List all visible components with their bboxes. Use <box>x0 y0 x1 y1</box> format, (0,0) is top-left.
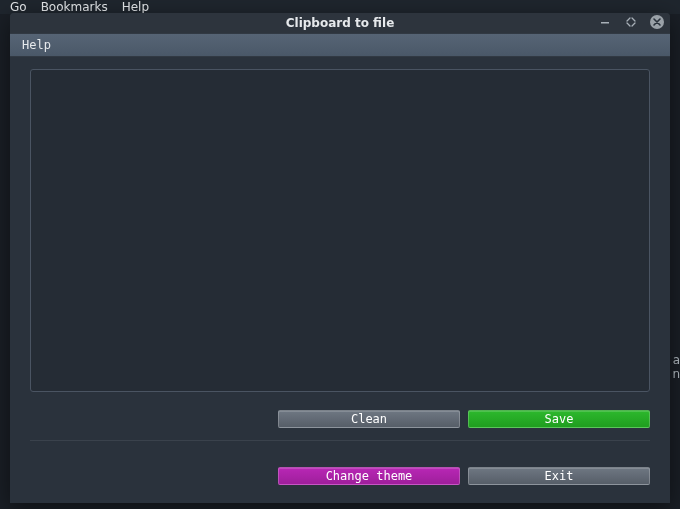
bg-text-fragment: n <box>672 367 680 381</box>
dialog-body: Clean Save Change theme Exit <box>10 57 670 503</box>
parent-menu-bookmarks[interactable]: Bookmarks <box>41 0 108 14</box>
clipboard-textarea[interactable] <box>30 69 650 392</box>
minimize-icon <box>600 17 610 27</box>
exit-button[interactable]: Exit <box>468 467 650 485</box>
close-button[interactable] <box>650 15 664 29</box>
maximize-icon <box>626 17 636 27</box>
parent-menubar: Go Bookmarks Help <box>0 0 680 14</box>
svg-rect-0 <box>601 22 609 24</box>
button-row-bottom: Change theme Exit <box>30 467 650 485</box>
save-button[interactable]: Save <box>468 410 650 428</box>
titlebar[interactable]: Clipboard to file <box>10 13 670 33</box>
window-title: Clipboard to file <box>10 16 670 30</box>
change-theme-button[interactable]: Change theme <box>278 467 460 485</box>
clipboard-to-file-dialog: Clipboard to file Help Cl <box>10 13 670 503</box>
clean-button[interactable]: Clean <box>278 410 460 428</box>
dialog-menu-help[interactable]: Help <box>22 38 51 52</box>
maximize-button[interactable] <box>624 15 638 29</box>
minimize-button[interactable] <box>598 15 612 29</box>
dialog-menubar: Help <box>10 33 670 57</box>
window-controls <box>598 15 664 29</box>
bg-text-fragment: a <box>673 353 680 367</box>
close-icon <box>652 17 662 27</box>
parent-menu-go[interactable]: Go <box>10 0 27 14</box>
button-row-top: Clean Save <box>30 410 650 441</box>
parent-menu-help[interactable]: Help <box>122 0 149 14</box>
